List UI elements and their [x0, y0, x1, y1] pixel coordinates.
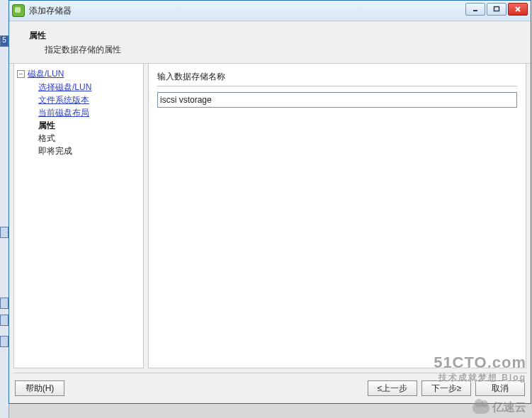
- tree-node-current: 属性: [38, 120, 140, 132]
- wizard-main-pane: 输入数据存储名称: [148, 64, 526, 368]
- datastore-name-input[interactable]: [157, 92, 517, 108]
- section-divider: [157, 86, 517, 86]
- window-title: 添加存储器: [29, 5, 72, 17]
- tree-link-disk-lun[interactable]: 磁盘/LUN: [28, 68, 64, 80]
- title-bar[interactable]: 添加存储器: [9, 1, 531, 21]
- close-button[interactable]: [508, 3, 528, 16]
- tree-link-select-disk[interactable]: 选择磁盘/LUN: [38, 82, 91, 92]
- dialog-window: 添加存储器 属性 指定数据存储的属性 − 磁盘/LUN: [9, 0, 531, 404]
- bg-badge: [0, 336, 9, 347]
- tree-node-format: 格式: [38, 132, 140, 145]
- tree-link-current-layout[interactable]: 当前磁盘布局: [38, 108, 89, 118]
- wizard-nav-tree: − 磁盘/LUN 选择磁盘/LUN 文件系统版本 当前磁盘布局 属性 格式 即将…: [13, 64, 144, 368]
- wizard-footer: 帮助(H) ≤上一步 下一步≥ 取消: [9, 373, 531, 402]
- tree-node-ready: 即将完成: [38, 145, 140, 157]
- bg-badge: [0, 227, 9, 238]
- wizard-step-title: 属性: [29, 30, 516, 42]
- wizard-body: − 磁盘/LUN 选择磁盘/LUN 文件系统版本 当前磁盘布局 属性 格式 即将…: [9, 64, 531, 368]
- bg-badge-5: 5: [0, 35, 9, 47]
- bg-badge: [0, 315, 9, 326]
- tree-node-root[interactable]: − 磁盘/LUN: [17, 68, 140, 80]
- minimize-button[interactable]: [465, 3, 485, 16]
- bg-badge: [0, 298, 9, 309]
- back-button[interactable]: ≤上一步: [368, 380, 417, 396]
- wizard-step-subtitle: 指定数据存储的属性: [45, 44, 516, 56]
- svg-rect-1: [494, 7, 499, 11]
- tree-collapse-icon[interactable]: −: [17, 70, 25, 78]
- cancel-button[interactable]: 取消: [475, 380, 525, 396]
- wizard-header: 属性 指定数据存储的属性: [9, 21, 531, 64]
- maximize-button[interactable]: [487, 3, 506, 16]
- window-controls: [465, 3, 528, 16]
- next-button[interactable]: 下一步≥: [421, 380, 471, 396]
- datastore-name-label: 输入数据存储名称: [157, 71, 517, 83]
- vsphere-icon: [12, 4, 25, 17]
- tree-link-fs-version[interactable]: 文件系统版本: [38, 95, 89, 105]
- help-button[interactable]: 帮助(H): [15, 380, 64, 396]
